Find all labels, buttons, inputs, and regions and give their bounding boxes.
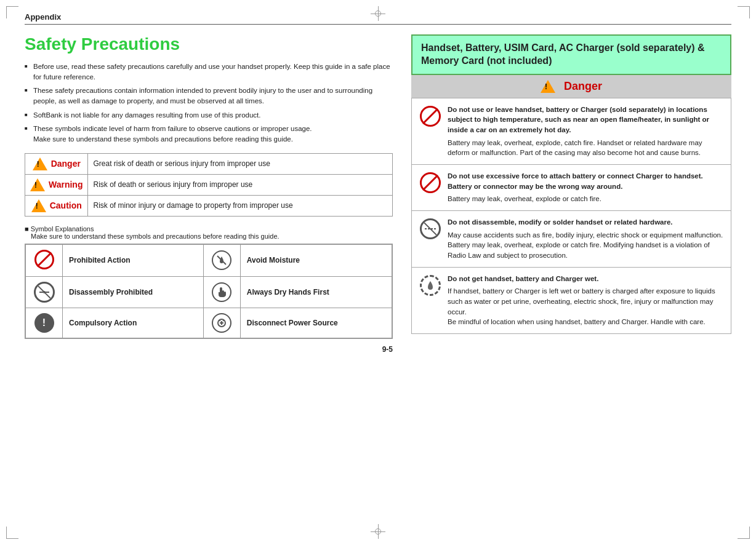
danger-item-2-strong: Do not use excessive force to attach bat… xyxy=(448,171,723,191)
table-row-warning: Warning Risk of death or serious injury … xyxy=(25,174,393,195)
danger-item-2-body: Battery may leak, overheat, explode or c… xyxy=(448,195,601,202)
compulsory-icon-cell: ! xyxy=(26,308,63,338)
main-content: Safety Precautions Before use, read thes… xyxy=(25,34,731,354)
compulsory-label: Compulsory Action xyxy=(69,319,137,327)
right-header: Handset, Battery, USIM Card, AC Charger … xyxy=(411,34,731,75)
prohibited-label-cell: Prohibited Action xyxy=(63,244,204,276)
corner-br xyxy=(738,527,750,539)
symbol-row-1: Prohibited Action Avoid Moisture xyxy=(26,244,392,276)
danger-item-3-strong: Do not disassemble, modify or solder han… xyxy=(448,217,723,228)
danger-item-1-body: Battery may leak, overheat, explode, cat… xyxy=(448,139,702,157)
dry-hands-icon-cell xyxy=(203,276,240,308)
caution-label: Caution xyxy=(50,201,82,210)
caution-triangle-icon xyxy=(31,199,46,212)
wet-right-icon xyxy=(420,275,441,296)
avoid-moisture-icon-cell xyxy=(203,244,240,276)
left-column: Safety Precautions Before use, read thes… xyxy=(25,34,393,354)
page-number: 9-5 xyxy=(25,345,393,354)
disconnect-label: Disconnect Power Source xyxy=(247,319,338,327)
bullet-list: Before use, read these safety precaution… xyxy=(25,62,393,145)
bullet-item-2: These safety precautions contain informa… xyxy=(25,86,393,106)
dry-hands-label-cell: Always Dry Hands First xyxy=(240,276,392,308)
danger-item-3-body: May cause accidents such as fire, bodily… xyxy=(448,231,723,259)
danger-item-2-icon xyxy=(419,171,441,193)
disassembly-right-icon xyxy=(420,218,441,239)
disassembly-label-cell: Disassembly Prohibited xyxy=(63,276,204,308)
dwc-table: Danger Great risk of death or serious in… xyxy=(25,153,393,217)
warning-label: Warning xyxy=(49,180,82,189)
bullet-item-3: SoftBank is not liable for any damages r… xyxy=(25,110,393,121)
disconnect-label-cell: Disconnect Power Source xyxy=(240,308,392,338)
bullet-item-1: Before use, read these safety precaution… xyxy=(25,62,393,82)
danger-label: Danger xyxy=(51,159,81,169)
symbol-row-3: ! Compulsory Action xyxy=(26,308,392,338)
disassembly-icon xyxy=(34,282,55,303)
danger-header: Danger xyxy=(411,75,731,98)
danger-item-3: Do not disassemble, modify or solder han… xyxy=(412,211,731,268)
bullet-item-4: These symbols indicate level of harm fro… xyxy=(25,124,393,144)
danger-label-cell: Danger xyxy=(25,153,88,174)
prohibited-icon-cell xyxy=(26,244,63,276)
dry-hands-label: Always Dry Hands First xyxy=(247,288,329,296)
appendix-label: Appendix xyxy=(25,12,731,25)
disassembly-icon-cell xyxy=(26,276,63,308)
corner-tl xyxy=(6,6,18,18)
avoid-moisture-icon xyxy=(212,250,231,270)
danger-header-icon xyxy=(541,80,555,93)
prohibited-right-icon-1 xyxy=(420,106,441,127)
compulsory-label-cell: Compulsory Action xyxy=(63,308,204,338)
avoid-moisture-label: Avoid Moisture xyxy=(247,256,300,265)
prohibited-icon xyxy=(34,250,54,269)
table-row-caution: Caution Risk of minor injury or damage t… xyxy=(25,195,393,216)
symbol-note: ■ Symbol Explanations Make sure to under… xyxy=(25,225,393,240)
danger-item-2: Do not use excessive force to attach bat… xyxy=(412,165,731,211)
svg-point-3 xyxy=(43,291,46,293)
danger-item-4-body: If handset, battery or Charger is left w… xyxy=(448,287,715,325)
danger-item-1: Do not use or leave handset, battery or … xyxy=(412,98,731,165)
disconnect-icon xyxy=(212,313,231,333)
disassembly-label: Disassembly Prohibited xyxy=(69,288,153,296)
safety-title: Safety Precautions xyxy=(25,34,393,54)
danger-item-1-text: Do not use or leave handset, battery or … xyxy=(448,105,723,158)
danger-item-2-text: Do not use excessive force to attach bat… xyxy=(448,171,723,204)
danger-item-4: Do not get handset, battery and Charger … xyxy=(412,268,731,333)
corner-tr xyxy=(738,6,750,18)
right-header-title: Handset, Battery, USIM Card, AC Charger … xyxy=(421,42,722,68)
disconnect-icon-cell xyxy=(203,308,240,338)
danger-item-4-icon xyxy=(419,274,441,296)
dry-hands-icon xyxy=(212,282,231,302)
danger-item-4-strong: Do not get handset, battery and Charger … xyxy=(448,274,723,284)
crosshair-bottom xyxy=(371,524,385,539)
avoid-moisture-label-cell: Avoid Moisture xyxy=(240,244,392,276)
danger-item-4-text: Do not get handset, battery and Charger … xyxy=(448,274,723,327)
danger-items: Do not use or leave handset, battery or … xyxy=(411,98,731,334)
warning-triangle-icon xyxy=(30,178,45,191)
danger-item-3-icon xyxy=(419,217,441,239)
warning-desc: Risk of death or serious injury from imp… xyxy=(88,174,393,195)
symbol-table: Prohibited Action Avoid Moisture xyxy=(25,244,392,338)
warning-label-cell: Warning xyxy=(25,174,88,195)
danger-item-1-icon xyxy=(419,105,441,127)
danger-desc: Great risk of death or serious injury fr… xyxy=(88,153,393,174)
danger-header-text: Danger xyxy=(564,80,602,93)
danger-triangle-icon xyxy=(33,157,47,170)
corner-bl xyxy=(6,527,18,539)
danger-item-3-text: Do not disassemble, modify or solder han… xyxy=(448,217,723,261)
caution-desc: Risk of minor injury or damage to proper… xyxy=(88,195,393,216)
prohibited-right-icon-2 xyxy=(420,172,441,193)
caution-label-cell: Caution xyxy=(25,195,88,216)
table-row-danger: Danger Great risk of death or serious in… xyxy=(25,153,393,174)
danger-item-1-strong: Do not use or leave handset, battery or … xyxy=(448,105,723,135)
symbol-row-2: Disassembly Prohibited Always Dry Hands … xyxy=(26,276,392,308)
symbol-grid: Prohibited Action Avoid Moisture xyxy=(25,244,393,339)
compulsory-icon: ! xyxy=(34,313,54,333)
right-column: Handset, Battery, USIM Card, AC Charger … xyxy=(411,34,731,354)
prohibited-label: Prohibited Action xyxy=(69,256,131,265)
